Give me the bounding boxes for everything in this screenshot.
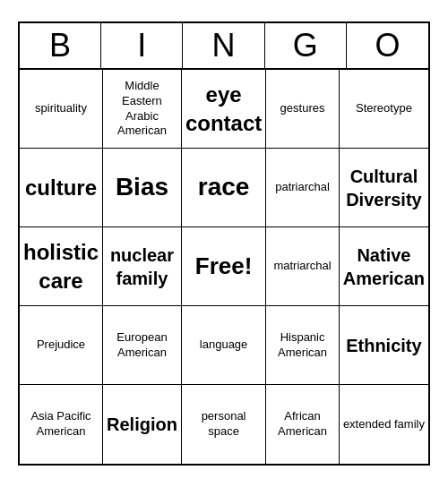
cell-text: Free! <box>195 252 253 282</box>
cell-text: culture <box>25 174 97 201</box>
bingo-cell: extended family <box>340 385 428 464</box>
bingo-grid: spiritualityMiddle Eastern Arabic Americ… <box>20 70 428 464</box>
header-letter: B <box>20 23 101 68</box>
bingo-cell: Cultural Diversity <box>340 149 428 227</box>
cell-text: personal space <box>185 409 262 440</box>
bingo-cell: Asia Pacific American <box>20 385 103 464</box>
bingo-cell: holistic care <box>20 227 103 306</box>
bingo-cell: spirituality <box>20 70 103 149</box>
bingo-cell: African American <box>266 385 340 464</box>
bingo-cell: Prejudice <box>20 306 103 385</box>
cell-text: race <box>198 171 250 203</box>
bingo-cell: Free! <box>182 227 266 306</box>
bingo-cell: Ethnicity <box>340 306 428 385</box>
cell-text: Cultural Diversity <box>343 165 425 211</box>
cell-text: spirituality <box>35 101 87 116</box>
cell-text: Ethnicity <box>346 334 421 357</box>
cell-text: Bias <box>116 171 168 203</box>
cell-text: patriarchal <box>275 180 330 195</box>
bingo-cell: eye contact <box>182 70 266 149</box>
cell-text: European American <box>107 330 177 361</box>
bingo-cell: race <box>182 149 266 227</box>
header-letter: N <box>183 23 264 68</box>
header-letter: G <box>265 23 347 68</box>
bingo-cell: gestures <box>266 70 340 149</box>
cell-text: Asia Pacific American <box>23 409 99 440</box>
cell-text: matriarchal <box>273 259 331 274</box>
bingo-card: BINGO spiritualityMiddle Eastern Arabic … <box>18 21 430 466</box>
cell-text: Native American <box>343 244 425 290</box>
cell-text: Prejudice <box>37 337 85 353</box>
cell-text: holistic care <box>23 238 99 294</box>
bingo-cell: culture <box>20 149 103 227</box>
cell-text: Stereotype <box>356 101 412 116</box>
cell-text: language <box>200 337 248 353</box>
cell-text: eye contact <box>185 81 262 136</box>
bingo-header: BINGO <box>20 23 428 70</box>
bingo-cell: patriarchal <box>266 149 340 227</box>
bingo-cell: language <box>182 306 266 385</box>
bingo-cell: Stereotype <box>340 70 428 149</box>
bingo-cell: Religion <box>103 385 182 464</box>
bingo-cell: Hispanic American <box>266 306 340 385</box>
cell-text: African American <box>270 409 335 440</box>
bingo-cell: matriarchal <box>266 227 340 306</box>
cell-text: Hispanic American <box>270 330 335 361</box>
cell-text: nuclear family <box>107 244 177 290</box>
bingo-cell: European American <box>103 306 182 385</box>
bingo-cell: personal space <box>182 385 266 464</box>
bingo-cell: Bias <box>103 149 182 227</box>
cell-text: gestures <box>280 101 325 116</box>
cell-text: Religion <box>107 413 177 436</box>
cell-text: extended family <box>343 417 425 432</box>
header-letter: I <box>101 23 183 68</box>
bingo-cell: Native American <box>340 227 428 306</box>
cell-text: Middle Eastern Arabic American <box>107 79 177 140</box>
bingo-cell: nuclear family <box>103 227 182 306</box>
bingo-cell: Middle Eastern Arabic American <box>103 70 182 149</box>
header-letter: O <box>347 23 428 68</box>
